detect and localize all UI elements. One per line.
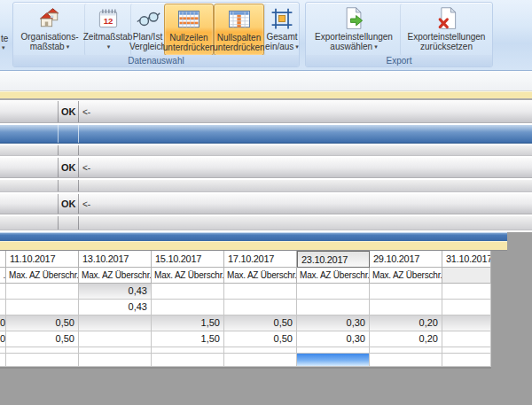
grid-cell[interactable] <box>442 354 491 367</box>
timeline-area: OK<-OK<-OK<- <box>0 100 532 232</box>
column-subheader-11.10.2017[interactable]: Max. AZ Überschr. <box>6 268 79 284</box>
grid-cell[interactable]: 0,30 <box>297 315 370 331</box>
grid-cell[interactable]: 0 <box>0 331 6 347</box>
ok-status-label: OK <box>61 162 76 173</box>
grid-cell[interactable] <box>442 315 491 331</box>
timeline-bar-selected[interactable] <box>0 125 532 144</box>
timeline-bar-ok[interactable]: OK<- <box>0 101 532 123</box>
grid-cell[interactable] <box>152 284 224 300</box>
grid-cell[interactable] <box>370 354 442 367</box>
grid-cell[interactable] <box>79 354 152 367</box>
app-window: te ▾ Organisations-maßstab▾12Zeitmaßstab… <box>0 0 532 405</box>
column-subheader-15.10.2017[interactable]: Max. AZ Überschr. <box>152 268 224 284</box>
partial-ribbon-button-label: te <box>1 34 8 43</box>
timeline-bar-empty[interactable] <box>0 145 532 156</box>
grid-cell[interactable]: 0,43 <box>79 284 152 300</box>
button-label-line1: Exporteinstellungen <box>408 32 486 42</box>
grid-cell[interactable] <box>370 284 442 300</box>
organization-icon <box>36 5 63 32</box>
grid-cell[interactable] <box>442 331 491 347</box>
column-subheader-29.10.2017[interactable]: Max. AZ Überschr. <box>370 268 442 284</box>
column-header-15.10.2017[interactable]: 15.10.2017 <box>152 251 224 268</box>
grid-cell[interactable] <box>442 284 491 300</box>
column-header-partial[interactable] <box>0 251 6 268</box>
ribbon-group-export-body: Exporteinstellungenauswählen▾Exporteinst… <box>308 4 492 56</box>
zeitmassstab-button[interactable]: 12Zeitmaßstab▾ <box>84 4 130 56</box>
grid-cell[interactable]: 0 <box>0 315 6 331</box>
column-header-29.10.2017[interactable]: 29.10.2017 <box>370 251 442 268</box>
plan-ist-vergleich-button[interactable]: Plan/IstVergleich <box>130 4 164 56</box>
grid-cell[interactable]: 1,50 <box>152 331 224 347</box>
ribbon-group-label: Export <box>306 55 492 66</box>
column-subheader-31.10.2017[interactable] <box>442 268 491 284</box>
grid-cell[interactable]: 0,43 <box>79 300 152 315</box>
grid-cell[interactable] <box>6 347 79 354</box>
grid-cell[interactable] <box>6 284 79 300</box>
column-header-11.10.2017[interactable]: 11.10.2017 <box>6 251 79 268</box>
grid-cell[interactable] <box>224 354 297 367</box>
timeline-bar-empty[interactable] <box>0 216 532 230</box>
grid-cell[interactable] <box>6 300 79 315</box>
grid-cell[interactable]: 0,50 <box>224 315 297 331</box>
grid-cell[interactable] <box>152 300 224 315</box>
grid-cell[interactable] <box>370 347 442 354</box>
button-label-line1: Gesamt <box>266 32 297 42</box>
grid-cell[interactable] <box>442 300 491 315</box>
button-label-line2: zurücksetzen <box>420 42 473 51</box>
grid-cell[interactable]: 0,20 <box>370 315 442 331</box>
grid-cell[interactable] <box>0 284 6 300</box>
nullzeilen-unterdruecken-button[interactable]: Nullzeilenunterdrücken <box>164 4 214 56</box>
grid-cell[interactable] <box>224 284 297 300</box>
column-header-31.10.2017[interactable]: 31.10.2017 <box>442 251 491 268</box>
grid-cell[interactable]: 0,50 <box>224 331 297 347</box>
table-columns-icon <box>226 6 253 33</box>
grid-cell[interactable] <box>0 347 6 354</box>
exporteinstellungen-auswaehlen-button[interactable]: Exporteinstellungenauswählen▾ <box>308 4 400 56</box>
grid-cell[interactable] <box>79 331 152 347</box>
nullspalten-unterdruecken-button[interactable]: Nullspaltenunterdrücken <box>214 4 264 56</box>
organisationsmassstab-button[interactable]: Organisations-maßstab▾ <box>15 4 84 56</box>
button-label-line1: Organisations- <box>20 32 78 42</box>
grid-cell[interactable]: 0,50 <box>6 315 79 331</box>
column-header-23.10.2017[interactable]: 23.10.2017 <box>297 251 370 268</box>
column-subheader-23.10.2017[interactable]: Max. AZ Überschr. <box>297 268 370 284</box>
grid-cell[interactable] <box>297 347 370 354</box>
grid-cell[interactable] <box>370 300 442 315</box>
button-label-line2: unterdrücken <box>163 43 215 52</box>
gesamt-ein-aus-button[interactable]: Gesamtein/aus▾ <box>264 4 299 56</box>
grid-cell[interactable] <box>79 315 152 331</box>
timeline-bar-empty[interactable] <box>0 180 532 192</box>
partial-ribbon-button[interactable]: te ▾ <box>0 3 11 54</box>
grid-cell[interactable] <box>6 354 79 367</box>
grid-cell[interactable] <box>79 347 152 354</box>
column-subheader-17.10.2017[interactable]: Max. AZ Überschr. <box>224 268 297 284</box>
calendar-icon: 12 <box>95 5 121 32</box>
grid-cell[interactable]: 1,50 <box>152 315 224 331</box>
exporteinstellungen-zuruecksetzen-button[interactable]: Exporteinstellungenzurücksetzen <box>400 4 492 56</box>
grid-cell[interactable]: 0,50 <box>6 331 79 347</box>
grid-cell[interactable]: 0,30 <box>297 331 370 347</box>
grid-cell[interactable] <box>152 354 224 367</box>
column-header-17.10.2017[interactable]: 17.10.2017 <box>224 251 297 268</box>
column-subheader-13.10.2017[interactable]: Max. AZ Überschr. <box>79 268 152 284</box>
separator-band-blue <box>0 232 507 241</box>
timeline-bar-ok[interactable]: OK<- <box>0 158 532 178</box>
chevron-down-icon: ▾ <box>66 43 70 50</box>
grid-cell[interactable]: 0,20 <box>370 331 442 347</box>
selected-grid-cell[interactable] <box>297 354 370 367</box>
grid-cell[interactable] <box>152 347 224 354</box>
grid-cell[interactable] <box>0 354 6 367</box>
grid-cell[interactable] <box>297 300 370 315</box>
separator-band-cream-top <box>0 91 532 100</box>
grid-cell[interactable] <box>0 300 6 315</box>
ribbon-group-datenauswahl-body: Organisations-maßstab▾12Zeitmaßstab▾Plan… <box>15 4 299 56</box>
ribbon-group-export: Exporteinstellungenauswählen▾Exporteinst… <box>305 2 493 67</box>
column-header-13.10.2017[interactable]: 13.10.2017 <box>79 251 152 268</box>
grid-cell[interactable] <box>442 347 491 354</box>
grid-cell[interactable] <box>224 300 297 315</box>
button-label-line2: auswählen▾ <box>330 42 377 51</box>
timeline-bar-ok[interactable]: OK<- <box>0 194 532 214</box>
grid-cell[interactable] <box>224 347 297 354</box>
column-subheader-partial[interactable]: . <box>0 268 6 284</box>
grid-cell[interactable] <box>297 284 370 300</box>
